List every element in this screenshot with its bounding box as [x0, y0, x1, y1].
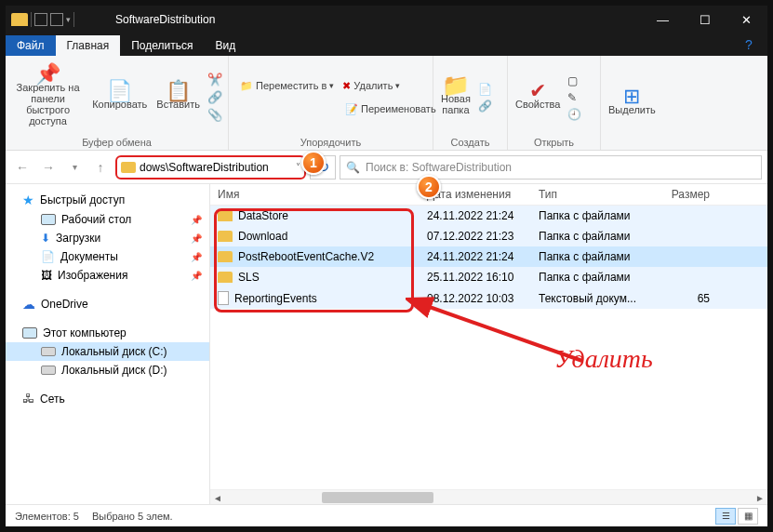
open-icon[interactable]: ▢ — [567, 74, 581, 87]
file-size — [661, 212, 717, 219]
status-item-count: Элементов: 5 — [15, 511, 79, 522]
sidebar-item-pictures[interactable]: 🖼Изображения📌 — [6, 266, 209, 285]
ribbon-group-label: Открыть — [513, 135, 594, 150]
copy-icon: 📄 — [107, 86, 132, 97]
sidebar-item-downloads[interactable]: ⬇Загрузки📌 — [6, 229, 209, 247]
file-type: Папка с файлами — [531, 226, 661, 246]
file-size — [661, 253, 717, 260]
maximize-button[interactable]: ☐ — [684, 6, 726, 33]
forward-button[interactable]: → — [37, 156, 60, 179]
scroll-right-icon[interactable]: ► — [753, 490, 767, 505]
delete-icon: ✖ — [342, 80, 351, 92]
properties-button[interactable]: ✔ Свойства — [513, 84, 562, 112]
sidebar-network[interactable]: 🖧Сеть — [6, 389, 209, 408]
scroll-left-icon[interactable]: ◄ — [210, 490, 225, 505]
recent-button[interactable]: ▾ — [63, 156, 86, 179]
chevron-down-icon[interactable]: ▾ — [66, 15, 71, 24]
tab-file[interactable]: Файл — [6, 35, 56, 56]
window-title: SoftwareDistribution — [108, 13, 642, 26]
refresh-button[interactable]: ↻ — [310, 155, 336, 180]
horizontal-scrollbar[interactable]: ◄ ► — [210, 489, 767, 504]
file-row[interactable]: SLS25.11.2022 16:10Папка с файлами — [210, 267, 767, 287]
cut-icon[interactable]: ✂️ — [207, 73, 222, 86]
column-date[interactable]: Дата изменения — [420, 184, 531, 205]
drive-icon — [41, 347, 56, 356]
pin-quickaccess-button[interactable]: 📌 Закрепить на панели быстрого доступа — [11, 67, 85, 128]
ribbon: 📌 Закрепить на панели быстрого доступа 📄… — [6, 56, 767, 151]
pin-icon: 📌 — [191, 271, 202, 281]
app-icon — [11, 13, 28, 26]
close-button[interactable]: ✕ — [726, 6, 767, 33]
history-icon[interactable]: 🕘 — [567, 108, 581, 121]
address-bar[interactable]: ˅ — [115, 155, 306, 180]
new-item-icon[interactable]: 📄 — [478, 83, 492, 96]
pin-icon: 📌 — [35, 69, 60, 80]
file-row[interactable]: Download07.12.2022 21:23Папка с файлами — [210, 226, 767, 246]
file-row[interactable]: PostRebootEventCache.V224.11.2022 21:24П… — [210, 246, 767, 267]
sidebar-item-drive-d[interactable]: Локальный диск (D:) — [6, 361, 209, 379]
file-name: PostRebootEventCache.V2 — [238, 250, 374, 263]
move-icon: 📁 — [240, 80, 253, 92]
pc-icon — [22, 327, 37, 339]
ribbon-tabs: Файл Главная Поделиться Вид ? — [6, 33, 767, 56]
new-folder-button[interactable]: 📁 Новая папка — [439, 78, 473, 117]
move-to-button[interactable]: 📁Переместить в▾ ✖Удалить▾ — [240, 80, 400, 92]
file-list: DataStore24.11.2022 21:24Папка с файлами… — [210, 206, 767, 309]
file-list-area: Имя Дата изменения Тип Размер DataStore2… — [210, 184, 767, 504]
search-box[interactable]: 🔍 Поиск в: SoftwareDistribution — [340, 155, 762, 180]
column-name[interactable]: Имя — [210, 184, 420, 205]
search-icon: 🔍 — [346, 161, 360, 174]
sidebar-item-documents[interactable]: 📄Документы📌 — [6, 247, 209, 266]
file-row[interactable]: DataStore24.11.2022 21:24Папка с файлами — [210, 206, 767, 226]
help-icon[interactable]: ? — [738, 33, 760, 56]
pin-icon: 📌 — [191, 252, 202, 262]
back-button[interactable]: ← — [11, 156, 33, 179]
view-details-button[interactable]: ☰ — [715, 508, 736, 525]
qat-item[interactable] — [50, 13, 63, 26]
file-row[interactable]: ReportingEvents08.12.2022 10:03Текстовый… — [210, 287, 767, 309]
column-size[interactable]: Размер — [661, 184, 717, 205]
pictures-icon: 🖼 — [41, 269, 52, 282]
file-icon — [218, 291, 229, 305]
paste-shortcut-icon[interactable]: 📎 — [207, 108, 222, 122]
file-type: Текстовый докум... — [531, 288, 661, 309]
file-type: Папка с файлами — [531, 206, 661, 226]
navigation-bar: ← → ▾ ↑ ˅ ↻ 🔍 Поиск в: SoftwareDistribut… — [6, 151, 767, 184]
folder-icon — [218, 231, 233, 242]
file-name: DataStore — [238, 209, 288, 222]
select-button[interactable]: ⊞ Выделить — [606, 89, 658, 117]
file-type: Папка с файлами — [531, 246, 661, 267]
tab-share[interactable]: Поделиться — [120, 35, 204, 56]
sidebar-item-desktop[interactable]: Рабочий стол📌 — [6, 210, 209, 229]
view-icons-button[interactable]: ▦ — [738, 508, 758, 525]
star-icon: ★ — [22, 193, 34, 207]
tab-home[interactable]: Главная — [56, 35, 121, 56]
quick-access-toolbar: ▾ — [6, 12, 108, 27]
minimize-button[interactable]: — — [642, 6, 684, 33]
tab-view[interactable]: Вид — [204, 35, 247, 56]
chevron-down-icon[interactable]: ˅ — [296, 162, 300, 172]
paste-button[interactable]: 📋 Вставить — [154, 84, 202, 112]
file-size — [661, 233, 717, 240]
sidebar-this-pc[interactable]: Этот компьютер — [6, 324, 209, 342]
new-folder-icon: 📁 — [442, 80, 470, 91]
scrollbar-thumb[interactable] — [322, 492, 433, 503]
file-date: 25.11.2022 16:10 — [420, 267, 531, 287]
up-button[interactable]: ↑ — [89, 156, 112, 179]
folder-icon — [218, 251, 233, 262]
copy-path-icon[interactable]: 🔗 — [207, 90, 222, 104]
easy-access-icon[interactable]: 🔗 — [478, 100, 492, 113]
file-name: ReportingEvents — [234, 292, 317, 305]
folder-icon — [121, 162, 136, 173]
rename-button[interactable]: 📝Переименовать — [240, 103, 436, 115]
qat-item[interactable] — [34, 13, 47, 26]
address-input[interactable] — [140, 161, 296, 174]
sidebar-onedrive[interactable]: ☁OneDrive — [6, 294, 209, 314]
sidebar-item-drive-c[interactable]: Локальный диск (C:) — [6, 342, 209, 361]
file-name: Download — [238, 230, 287, 243]
delete-button[interactable]: Удалить — [353, 80, 393, 91]
edit-icon[interactable]: ✎ — [567, 91, 581, 104]
copy-button[interactable]: 📄 Копировать — [90, 84, 149, 112]
column-type[interactable]: Тип — [531, 184, 661, 205]
sidebar-quick-access[interactable]: ★Быстрый доступ — [6, 190, 209, 210]
